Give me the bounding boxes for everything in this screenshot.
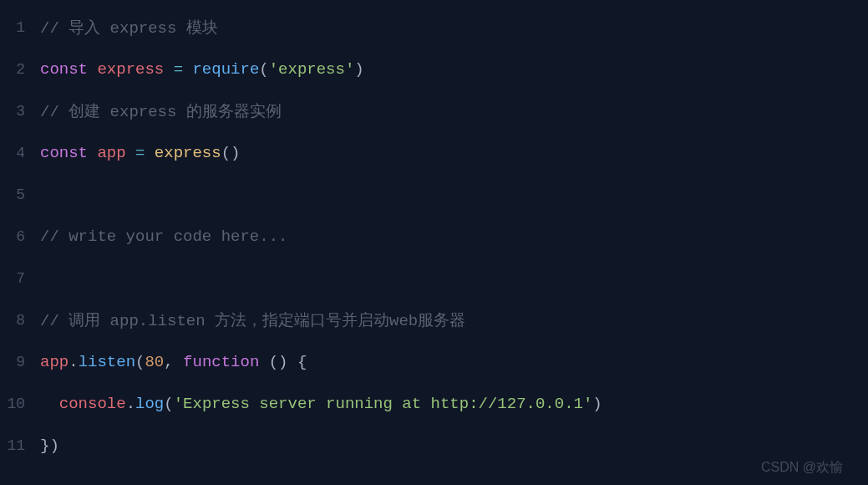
line-number: 5: [0, 186, 25, 203]
closing-brace: }): [40, 436, 59, 455]
variable: app: [97, 144, 125, 162]
code-line: 6 // write your code here...: [0, 216, 868, 258]
method: log: [135, 395, 164, 413]
function-call: express: [155, 144, 221, 162]
watermark: CSDN @欢愉: [761, 459, 843, 477]
code-line: 7: [0, 258, 868, 299]
line-number: 9: [0, 354, 25, 370]
line-number: 4: [0, 145, 25, 161]
code-line: 3 // 创建 express 的服务器实例: [0, 90, 868, 132]
comment: // write your code here...: [40, 227, 287, 246]
code-block: 1 // 导入 express 模块 2 const express = req…: [0, 0, 868, 473]
function-call: require: [192, 60, 259, 79]
code-line: 10 console.log('Express server running a…: [0, 383, 868, 425]
string: 'Express server running at http://127.0.…: [174, 395, 593, 413]
keyword: function: [183, 353, 259, 371]
code-line: 2 const express = require('express'): [0, 48, 868, 90]
code-line: 8 // 调用 app.listen 方法，指定端口号并启动web服务器: [0, 299, 868, 341]
object: app: [40, 353, 69, 371]
object: console: [59, 395, 126, 413]
comment: // 创建 express 的服务器实例: [40, 100, 282, 122]
keyword: const: [40, 60, 88, 79]
comment: // 导入 express 模块: [40, 17, 218, 38]
code-line: 5: [0, 174, 868, 216]
operator: =: [126, 144, 155, 162]
line-number: 8: [0, 312, 25, 329]
string: 'express': [269, 60, 355, 79]
line-number: 2: [0, 61, 25, 78]
code-line: 1 // 导入 express 模块: [0, 7, 868, 48]
code-line: 4 const app = express(): [0, 132, 868, 174]
line-number: 1: [0, 19, 25, 36]
line-number: 7: [0, 270, 25, 287]
line-number: 6: [0, 228, 25, 245]
number: 80: [145, 353, 164, 371]
comment: // 调用 app.listen 方法，指定端口号并启动web服务器: [40, 309, 465, 331]
code-line: 11 }): [0, 425, 868, 467]
method: listen: [79, 353, 135, 371]
line-number: 11: [0, 437, 25, 454]
line-number: 3: [0, 103, 25, 120]
operator: =: [164, 60, 192, 79]
keyword: const: [40, 144, 88, 162]
code-line: 9 app.listen(80, function () {: [0, 341, 868, 383]
variable: express: [97, 60, 164, 79]
line-number: 10: [0, 396, 25, 412]
